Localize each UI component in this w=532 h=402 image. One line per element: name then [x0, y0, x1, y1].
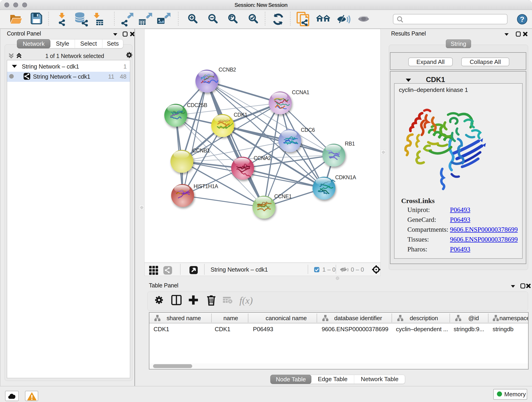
svg-text:HIST1H1A: HIST1H1A [194, 183, 218, 189]
svg-text:CCNA2: CCNA2 [254, 155, 271, 161]
svg-text:database identifier: database identifier [334, 315, 382, 322]
svg-text:description: description [410, 315, 438, 322]
svg-text:CCNB1: CCNB1 [192, 148, 210, 153]
svg-text:f(x): f(x) [239, 295, 253, 306]
svg-text:CCNB2: CCNB2 [219, 67, 236, 73]
svg-text:shared name: shared name [167, 315, 201, 322]
svg-text:CCNA1: CCNA1 [292, 89, 309, 95]
svg-text:?: ? [520, 15, 525, 23]
svg-text:@id: @id [468, 315, 479, 322]
svg-text:namespace: namespace [500, 315, 528, 322]
svg-text:String Network – cdk1: String Network – cdk1 [210, 266, 268, 273]
svg-text:RB1: RB1 [345, 141, 355, 147]
svg-text:1 – 0: 1 – 0 [322, 266, 336, 273]
svg-text:CCNE1: CCNE1 [274, 193, 292, 199]
svg-text:CDC25B: CDC25B [187, 102, 207, 108]
svg-text:CDK1: CDK1 [234, 112, 247, 118]
svg-text:canonical name: canonical name [266, 315, 307, 322]
svg-text:CDC6: CDC6 [301, 127, 315, 133]
svg-text:name: name [223, 315, 238, 322]
svg-text:0 – 0: 0 – 0 [351, 266, 364, 273]
svg-text:CDKN1A: CDKN1A [335, 174, 356, 180]
